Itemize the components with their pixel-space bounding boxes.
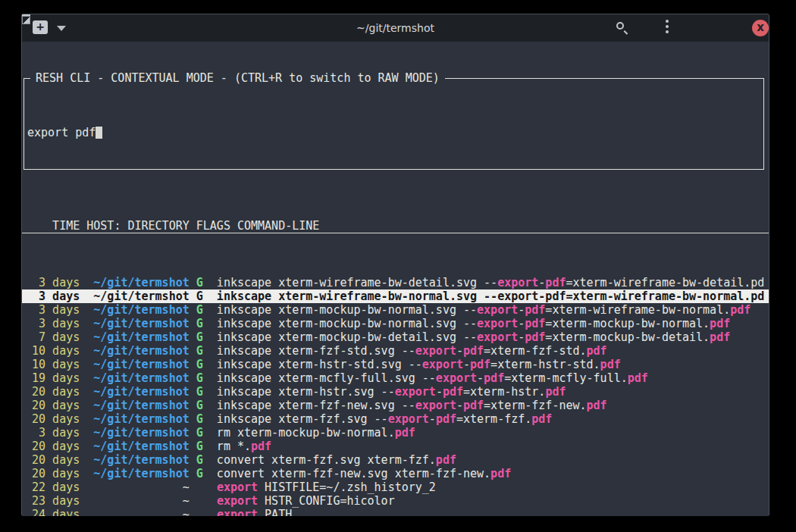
menu-kebab-icon[interactable] (666, 20, 669, 35)
search-panel: RESH CLI - CONTEXTUAL MODE - (CTRL+R to … (24, 78, 764, 170)
history-row[interactable]: 3 days ~/git/termshot G inkscape xterm-m… (22, 303, 769, 317)
search-query-text: export pdf (27, 126, 96, 139)
history-list: 3 days ~/git/termshot G inkscape xterm-w… (22, 276, 769, 516)
history-row[interactable]: 22 days ~ export HISTFILE=~/.zsh_history… (22, 480, 769, 494)
history-row-selected[interactable]: 3 days ~/git/termshot G inkscape xterm-w… (22, 289, 769, 303)
history-row[interactable]: 10 days ~/git/termshot G inkscape xterm-… (22, 358, 769, 371)
history-row[interactable]: 20 days ~/git/termshot G convert xterm-f… (22, 453, 769, 467)
titlebar: + ~/git/termshot x (22, 14, 769, 42)
history-row[interactable]: 20 days ~/git/termshot G rm *.pdf (22, 440, 769, 453)
search-icon[interactable] (615, 20, 630, 36)
history-row[interactable]: 19 days ~/git/termshot G inkscape xterm-… (22, 371, 769, 385)
history-row[interactable]: 20 days ~/git/termshot G inkscape xterm-… (22, 385, 769, 399)
search-icon-lens (616, 22, 624, 30)
search-panel-legend: RESH CLI - CONTEXTUAL MODE - (CTRL+R to … (30, 71, 445, 86)
history-row[interactable]: 10 days ~/git/termshot G inkscape xterm-… (22, 344, 769, 358)
history-row[interactable]: 3 days ~/git/termshot G inkscape xterm-w… (22, 276, 769, 289)
history-row[interactable]: 20 days ~/git/termshot G convert xterm-f… (22, 467, 769, 480)
search-input[interactable]: export pdf (27, 126, 761, 139)
history-row[interactable]: 23 days ~ export HSTR_CONFIG=hicolor (22, 494, 769, 508)
history-row[interactable]: 20 days ~/git/termshot G inkscape xterm-… (22, 412, 769, 426)
history-row[interactable]: 3 days ~/git/termshot G rm xterm-mockup-… (22, 426, 769, 440)
terminal-window: + ~/git/termshot x RESH CLI - CONTEXTUAL… (21, 14, 769, 515)
window-title: ~/git/termshot (22, 14, 769, 42)
history-row[interactable]: 7 days ~/git/termshot G inkscape xterm-m… (22, 330, 769, 344)
text-cursor (96, 127, 102, 139)
close-icon[interactable]: x (752, 20, 769, 36)
search-icon-handle (624, 30, 628, 35)
table-header: TIME HOST: DIRECTORY FLAGS COMMAND-LINE (22, 219, 769, 233)
history-row[interactable]: 24 days ~ export PATH (22, 508, 769, 516)
terminal-content: RESH CLI - CONTEXTUAL MODE - (CTRL+R to … (22, 42, 769, 516)
history-row[interactable]: 20 days ~/git/termshot G inkscape xterm-… (22, 399, 769, 412)
history-row[interactable]: 3 days ~/git/termshot G inkscape xterm-m… (22, 317, 769, 330)
